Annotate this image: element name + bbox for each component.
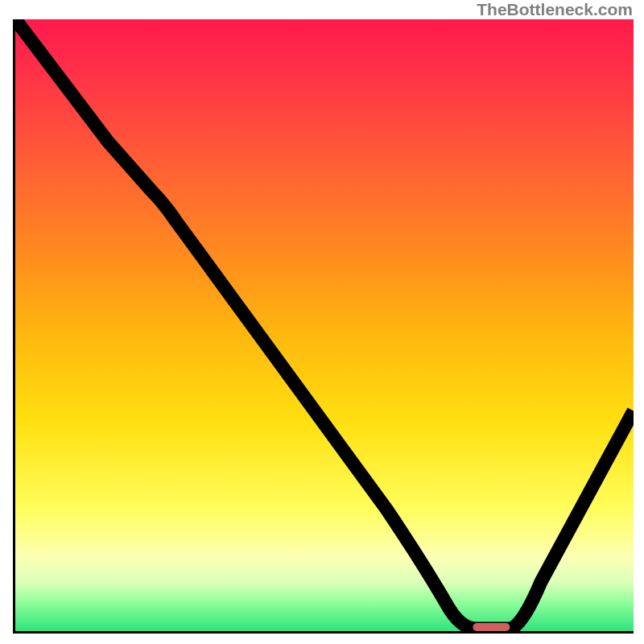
chart-svg (15, 19, 634, 631)
chart-plot-area (13, 19, 634, 634)
optimal-marker (473, 623, 510, 631)
watermark-label: TheBottleneck.com (477, 0, 633, 19)
bottleneck-curve (15, 19, 634, 629)
